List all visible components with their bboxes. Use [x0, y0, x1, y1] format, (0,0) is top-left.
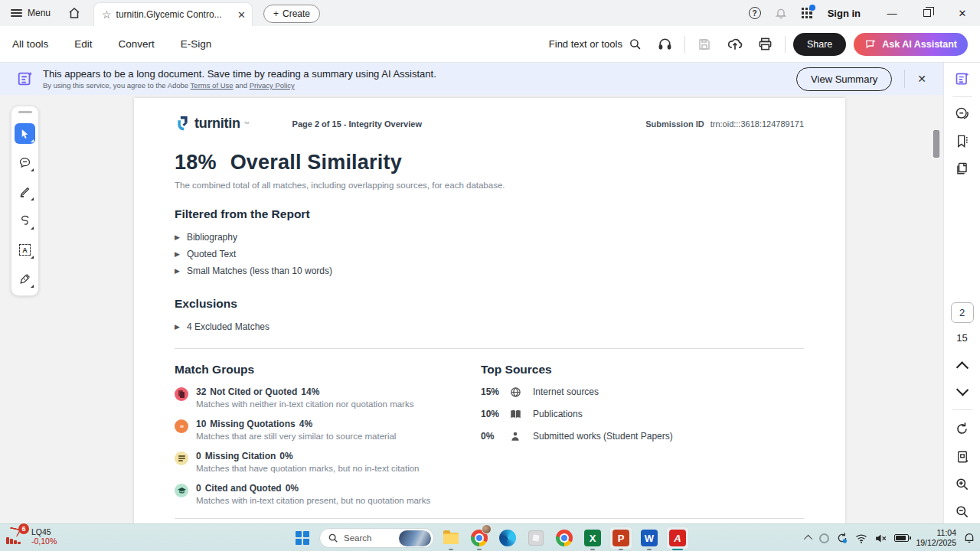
similarity-heading: 18%Overall Similarity	[175, 151, 804, 174]
powerpoint-icon: P	[612, 530, 629, 546]
widgets-button[interactable]: 6 LQ45 -0,10%	[6, 527, 57, 546]
highlight-tool-button[interactable]	[15, 181, 35, 202]
view-summary-button[interactable]: View Summary	[796, 67, 892, 91]
close-button[interactable]: ✕	[945, 0, 980, 26]
home-button[interactable]	[58, 6, 90, 20]
filtered-item-bibliography[interactable]: ▶Bibliography	[175, 229, 804, 246]
ask-ai-assistant-button[interactable]: Ask AI Assistant	[854, 33, 968, 56]
bookmarks-panel-button[interactable]	[949, 129, 975, 152]
upload-cloud-button[interactable]	[724, 33, 746, 56]
acrobat-button[interactable]: A	[666, 527, 689, 549]
chrome-profile-button[interactable]	[468, 527, 491, 549]
rotate-page-button[interactable]	[949, 418, 975, 441]
match-count: 32	[196, 386, 206, 397]
update-sync-button[interactable]	[836, 532, 848, 544]
ai-chat-icon	[864, 38, 877, 51]
tab-esign[interactable]: E-Sign	[181, 38, 212, 50]
toolbar: All tools Edit Convert E-Sign Find text …	[0, 26, 980, 63]
powerpoint-button[interactable]: P	[609, 527, 632, 549]
notification-center-button[interactable]	[963, 532, 975, 544]
star-icon[interactable]: ☆	[102, 8, 112, 21]
filtered-item-quoted-text[interactable]: ▶Quoted Text	[175, 246, 804, 262]
wifi-button[interactable]	[855, 533, 867, 543]
match-desc: Matches with neither in-text citation no…	[196, 399, 413, 409]
match-group-row: 32Not Cited or Quoted14% Matches with ne…	[175, 386, 481, 409]
previous-page-button[interactable]	[956, 361, 968, 373]
tray-app-button[interactable]	[819, 533, 829, 543]
share-button[interactable]: Share	[793, 33, 846, 56]
next-page-button[interactable]	[956, 383, 968, 396]
document-viewport: A turnitin™ Page 2 of 15 - Integrity Ove…	[0, 95, 943, 523]
palette-drag-handle[interactable]	[18, 111, 32, 113]
print-button[interactable]	[754, 33, 777, 56]
select-tool-button[interactable]	[15, 123, 35, 144]
ai-assistant-panel-button[interactable]	[949, 67, 975, 90]
apps-grid-button[interactable]	[794, 0, 820, 26]
edge-icon	[499, 530, 516, 546]
battery-button[interactable]	[894, 534, 909, 542]
zoom-in-button[interactable]	[949, 473, 975, 496]
page-display-button[interactable]	[949, 445, 975, 468]
match-count: 10	[196, 419, 206, 429]
page-thumbnails-button[interactable]	[949, 157, 975, 180]
help-button[interactable]: ?	[742, 0, 768, 26]
draw-squiggle-icon	[18, 214, 31, 227]
turnitin-logo: turnitin™	[175, 115, 250, 132]
book-icon	[510, 409, 521, 419]
draw-tool-button[interactable]	[15, 210, 35, 231]
tab-close-icon[interactable]: ✕	[237, 9, 246, 21]
ticker-change: -0,10%	[31, 536, 57, 546]
volume-muted-button[interactable]	[874, 533, 887, 544]
search-icon	[629, 37, 642, 51]
fill-sign-tool-button[interactable]	[15, 269, 35, 289]
exclusions-item[interactable]: ▶4 Excluded Matches	[175, 318, 804, 335]
sign-in-button[interactable]: Sign in	[820, 8, 874, 19]
match-label: Not Cited or Quoted	[210, 386, 297, 397]
scrollbar-thumb[interactable]	[933, 130, 939, 158]
tray-expand-button[interactable]	[806, 535, 812, 541]
turnitin-logo-text: turnitin	[194, 116, 240, 132]
tab-convert[interactable]: Convert	[119, 38, 155, 50]
rotate-icon	[955, 422, 969, 436]
excel-button[interactable]: X	[581, 527, 604, 549]
file-explorer-button[interactable]	[439, 527, 462, 549]
find-text-button[interactable]: Find text or tools	[549, 37, 642, 51]
add-text-tool-button[interactable]: A	[15, 240, 35, 260]
match-desc: Matches that have quotation marks, but n…	[196, 464, 420, 473]
comment-tool-button[interactable]	[15, 152, 35, 173]
filtered-item-small-matches[interactable]: ▶Small Matches (less than 10 words)	[175, 262, 804, 279]
expand-arrow-icon: ▶	[175, 323, 180, 331]
restore-button[interactable]	[910, 0, 945, 26]
read-aloud-button[interactable]	[654, 33, 677, 56]
search-highlight-image[interactable]	[399, 530, 431, 546]
banner-close-icon[interactable]: ✕	[917, 73, 926, 85]
edge-button[interactable]	[496, 527, 519, 549]
save-button[interactable]	[693, 33, 716, 56]
gray-cube-app-button[interactable]	[524, 527, 547, 549]
chrome-button[interactable]	[553, 527, 576, 549]
pdf-page: turnitin™ Page 2 of 15 - Integrity Overv…	[134, 98, 845, 523]
printer-icon	[758, 37, 773, 51]
speaker-mute-icon	[874, 533, 887, 544]
notifications-button[interactable]	[768, 0, 794, 26]
create-button[interactable]: + Create	[263, 5, 320, 23]
zoom-out-icon	[955, 504, 969, 519]
terms-of-use-link[interactable]: Terms of Use	[191, 81, 234, 90]
tab-edit[interactable]: Edit	[74, 38, 92, 50]
comments-panel-button[interactable]	[949, 102, 975, 125]
document-tab[interactable]: ☆ turnitin.Glycemic Contro... ✕	[93, 2, 253, 26]
globe-icon	[510, 386, 521, 398]
start-button[interactable]	[291, 527, 314, 549]
wifi-icon	[855, 533, 867, 543]
privacy-policy-link[interactable]: Privacy Policy	[250, 81, 295, 90]
page-number-input[interactable]: 2	[951, 302, 974, 323]
menu-button[interactable]: Menu	[0, 8, 58, 18]
vertical-scrollbar[interactable]	[933, 95, 940, 523]
taskbar-search[interactable]: Search	[319, 528, 434, 548]
similarity-title: Overall Similarity	[230, 151, 402, 174]
zoom-out-button[interactable]	[949, 500, 975, 523]
minimize-button[interactable]: —	[874, 0, 910, 26]
tab-all-tools[interactable]: All tools	[12, 38, 48, 50]
clock[interactable]: 11:04 19/12/2025	[916, 528, 956, 548]
word-button[interactable]: W	[638, 527, 661, 549]
